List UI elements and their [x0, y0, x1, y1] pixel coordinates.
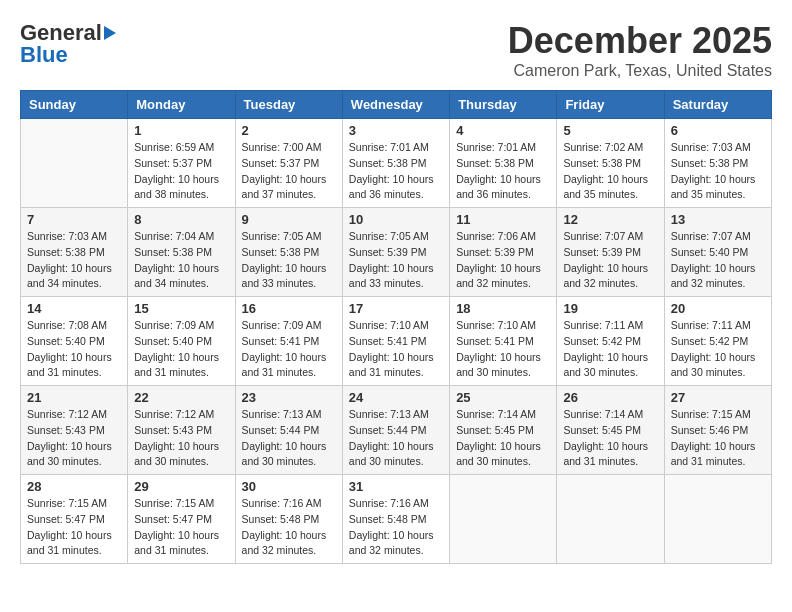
week-row-4: 21Sunrise: 7:12 AMSunset: 5:43 PMDayligh… [21, 386, 772, 475]
day-number: 13 [671, 212, 765, 227]
day-number: 10 [349, 212, 443, 227]
day-number: 1 [134, 123, 228, 138]
day-info: Sunrise: 7:15 AMSunset: 5:47 PMDaylight:… [27, 496, 121, 559]
calendar-cell: 11Sunrise: 7:06 AMSunset: 5:39 PMDayligh… [450, 208, 557, 297]
day-number: 8 [134, 212, 228, 227]
day-number: 25 [456, 390, 550, 405]
month-title: December 2025 [508, 20, 772, 62]
calendar-cell: 14Sunrise: 7:08 AMSunset: 5:40 PMDayligh… [21, 297, 128, 386]
day-number: 15 [134, 301, 228, 316]
calendar-cell: 26Sunrise: 7:14 AMSunset: 5:45 PMDayligh… [557, 386, 664, 475]
day-info: Sunrise: 7:04 AMSunset: 5:38 PMDaylight:… [134, 229, 228, 292]
calendar-cell: 1Sunrise: 6:59 AMSunset: 5:37 PMDaylight… [128, 119, 235, 208]
day-info: Sunrise: 7:11 AMSunset: 5:42 PMDaylight:… [671, 318, 765, 381]
day-number: 18 [456, 301, 550, 316]
day-info: Sunrise: 7:07 AMSunset: 5:40 PMDaylight:… [671, 229, 765, 292]
calendar-cell: 9Sunrise: 7:05 AMSunset: 5:38 PMDaylight… [235, 208, 342, 297]
location-title: Cameron Park, Texas, United States [508, 62, 772, 80]
title-section: December 2025 Cameron Park, Texas, Unite… [508, 20, 772, 80]
week-row-1: 1Sunrise: 6:59 AMSunset: 5:37 PMDaylight… [21, 119, 772, 208]
day-number: 5 [563, 123, 657, 138]
calendar-cell: 27Sunrise: 7:15 AMSunset: 5:46 PMDayligh… [664, 386, 771, 475]
weekday-header-friday: Friday [557, 91, 664, 119]
day-number: 19 [563, 301, 657, 316]
calendar-cell: 17Sunrise: 7:10 AMSunset: 5:41 PMDayligh… [342, 297, 449, 386]
calendar-cell [664, 475, 771, 564]
day-info: Sunrise: 7:10 AMSunset: 5:41 PMDaylight:… [456, 318, 550, 381]
week-row-5: 28Sunrise: 7:15 AMSunset: 5:47 PMDayligh… [21, 475, 772, 564]
calendar-cell [557, 475, 664, 564]
calendar-cell: 6Sunrise: 7:03 AMSunset: 5:38 PMDaylight… [664, 119, 771, 208]
day-info: Sunrise: 7:15 AMSunset: 5:47 PMDaylight:… [134, 496, 228, 559]
calendar-cell: 7Sunrise: 7:03 AMSunset: 5:38 PMDaylight… [21, 208, 128, 297]
day-number: 2 [242, 123, 336, 138]
day-number: 30 [242, 479, 336, 494]
weekday-header-sunday: Sunday [21, 91, 128, 119]
day-info: Sunrise: 7:11 AMSunset: 5:42 PMDaylight:… [563, 318, 657, 381]
calendar-cell: 3Sunrise: 7:01 AMSunset: 5:38 PMDaylight… [342, 119, 449, 208]
day-number: 3 [349, 123, 443, 138]
calendar-cell: 10Sunrise: 7:05 AMSunset: 5:39 PMDayligh… [342, 208, 449, 297]
calendar-cell: 16Sunrise: 7:09 AMSunset: 5:41 PMDayligh… [235, 297, 342, 386]
day-info: Sunrise: 7:05 AMSunset: 5:39 PMDaylight:… [349, 229, 443, 292]
calendar-cell: 5Sunrise: 7:02 AMSunset: 5:38 PMDaylight… [557, 119, 664, 208]
day-info: Sunrise: 7:02 AMSunset: 5:38 PMDaylight:… [563, 140, 657, 203]
calendar-cell: 22Sunrise: 7:12 AMSunset: 5:43 PMDayligh… [128, 386, 235, 475]
calendar-cell: 31Sunrise: 7:16 AMSunset: 5:48 PMDayligh… [342, 475, 449, 564]
day-number: 20 [671, 301, 765, 316]
calendar-table: SundayMondayTuesdayWednesdayThursdayFrid… [20, 90, 772, 564]
calendar-cell: 24Sunrise: 7:13 AMSunset: 5:44 PMDayligh… [342, 386, 449, 475]
weekday-header-tuesday: Tuesday [235, 91, 342, 119]
day-number: 16 [242, 301, 336, 316]
day-info: Sunrise: 7:13 AMSunset: 5:44 PMDaylight:… [242, 407, 336, 470]
calendar-cell: 13Sunrise: 7:07 AMSunset: 5:40 PMDayligh… [664, 208, 771, 297]
day-number: 27 [671, 390, 765, 405]
day-number: 4 [456, 123, 550, 138]
calendar-cell [21, 119, 128, 208]
day-number: 24 [349, 390, 443, 405]
day-info: Sunrise: 7:03 AMSunset: 5:38 PMDaylight:… [671, 140, 765, 203]
day-info: Sunrise: 7:03 AMSunset: 5:38 PMDaylight:… [27, 229, 121, 292]
day-info: Sunrise: 7:14 AMSunset: 5:45 PMDaylight:… [456, 407, 550, 470]
day-info: Sunrise: 7:07 AMSunset: 5:39 PMDaylight:… [563, 229, 657, 292]
calendar-cell: 25Sunrise: 7:14 AMSunset: 5:45 PMDayligh… [450, 386, 557, 475]
logo: General Blue [20, 20, 118, 68]
day-info: Sunrise: 7:09 AMSunset: 5:41 PMDaylight:… [242, 318, 336, 381]
week-row-2: 7Sunrise: 7:03 AMSunset: 5:38 PMDaylight… [21, 208, 772, 297]
day-info: Sunrise: 7:09 AMSunset: 5:40 PMDaylight:… [134, 318, 228, 381]
day-info: Sunrise: 7:12 AMSunset: 5:43 PMDaylight:… [134, 407, 228, 470]
weekday-header-saturday: Saturday [664, 91, 771, 119]
day-number: 6 [671, 123, 765, 138]
day-info: Sunrise: 7:14 AMSunset: 5:45 PMDaylight:… [563, 407, 657, 470]
weekday-header-monday: Monday [128, 91, 235, 119]
day-info: Sunrise: 7:12 AMSunset: 5:43 PMDaylight:… [27, 407, 121, 470]
calendar-cell: 12Sunrise: 7:07 AMSunset: 5:39 PMDayligh… [557, 208, 664, 297]
logo-arrow-icon [104, 26, 116, 40]
page-header: General Blue December 2025 Cameron Park,… [20, 20, 772, 80]
day-number: 29 [134, 479, 228, 494]
weekday-header-wednesday: Wednesday [342, 91, 449, 119]
calendar-cell: 18Sunrise: 7:10 AMSunset: 5:41 PMDayligh… [450, 297, 557, 386]
day-number: 14 [27, 301, 121, 316]
calendar-cell: 21Sunrise: 7:12 AMSunset: 5:43 PMDayligh… [21, 386, 128, 475]
day-number: 26 [563, 390, 657, 405]
day-number: 7 [27, 212, 121, 227]
day-number: 9 [242, 212, 336, 227]
day-info: Sunrise: 7:01 AMSunset: 5:38 PMDaylight:… [349, 140, 443, 203]
weekday-header-thursday: Thursday [450, 91, 557, 119]
day-number: 22 [134, 390, 228, 405]
calendar-cell: 8Sunrise: 7:04 AMSunset: 5:38 PMDaylight… [128, 208, 235, 297]
calendar-cell: 19Sunrise: 7:11 AMSunset: 5:42 PMDayligh… [557, 297, 664, 386]
calendar-cell: 2Sunrise: 7:00 AMSunset: 5:37 PMDaylight… [235, 119, 342, 208]
day-info: Sunrise: 7:15 AMSunset: 5:46 PMDaylight:… [671, 407, 765, 470]
day-number: 17 [349, 301, 443, 316]
calendar-cell: 28Sunrise: 7:15 AMSunset: 5:47 PMDayligh… [21, 475, 128, 564]
day-info: Sunrise: 7:00 AMSunset: 5:37 PMDaylight:… [242, 140, 336, 203]
calendar-cell: 29Sunrise: 7:15 AMSunset: 5:47 PMDayligh… [128, 475, 235, 564]
day-info: Sunrise: 7:16 AMSunset: 5:48 PMDaylight:… [349, 496, 443, 559]
day-info: Sunrise: 7:08 AMSunset: 5:40 PMDaylight:… [27, 318, 121, 381]
calendar-cell: 20Sunrise: 7:11 AMSunset: 5:42 PMDayligh… [664, 297, 771, 386]
day-number: 21 [27, 390, 121, 405]
calendar-cell: 4Sunrise: 7:01 AMSunset: 5:38 PMDaylight… [450, 119, 557, 208]
week-row-3: 14Sunrise: 7:08 AMSunset: 5:40 PMDayligh… [21, 297, 772, 386]
